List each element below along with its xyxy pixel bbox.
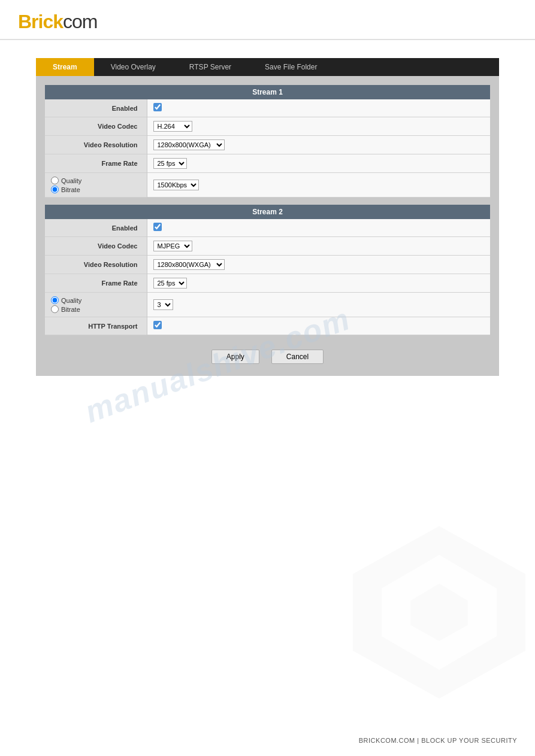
stream2-quality-bitrate-label: Quality Bitrate — [45, 293, 147, 317]
stream2-http-transport-value — [147, 317, 490, 335]
stream2-codec-select[interactable]: H.264 MJPEG MPEG4 — [153, 241, 192, 251]
stream2-codec-row: Video Codec H.264 MJPEG MPEG4 — [45, 237, 490, 256]
tab-save-file-folder[interactable]: Save File Folder — [248, 58, 334, 76]
stream2-enabled-checkbox[interactable] — [153, 223, 162, 231]
logo-brick: Brick — [18, 11, 63, 32]
tab-bar: Stream Video Overlay RTSP Server Save Fi… — [36, 58, 499, 76]
stream1-radio-group: Quality Bitrate — [51, 177, 138, 193]
stream2-codec-label: Video Codec — [45, 237, 147, 256]
stream2-framerate-label: Frame Rate — [45, 274, 147, 293]
stream2-table: Enabled Video Codec H.264 MJPEG MPEG4 — [45, 219, 490, 335]
stream1-bitrate-value: 1500Kbps 1000Kbps 2000Kbps 3000Kbps — [147, 173, 490, 198]
stream2-section: Stream 2 Enabled Video Codec H.264 MJPEG… — [45, 205, 490, 335]
stream2-framerate-value: 25 fps 30 fps 15 fps 10 fps — [147, 274, 490, 293]
stream1-resolution-row: Video Resolution 1280x800(WXGA) 1920x108… — [45, 136, 490, 154]
header: Brickcom — [0, 0, 535, 40]
stream1-enabled-label: Enabled — [45, 99, 147, 117]
stream2-resolution-value: 1280x800(WXGA) 1920x1080(1080p) 640x480(… — [147, 256, 490, 274]
stream1-framerate-select[interactable]: 25 fps 30 fps 15 fps 10 fps — [153, 158, 187, 169]
stream2-quality-bitrate-row: Quality Bitrate 3 1 2 4 — [45, 293, 490, 317]
stream2-enabled-value — [147, 219, 490, 237]
stream1-bitrate-label[interactable]: Bitrate — [51, 186, 138, 193]
stream2-resolution-row: Video Resolution 1280x800(WXGA) 1920x108… — [45, 256, 490, 274]
stream2-radio-group: Quality Bitrate — [51, 296, 138, 313]
stream2-http-transport-row: HTTP Transport — [45, 317, 490, 335]
tab-stream[interactable]: Stream — [36, 58, 94, 76]
stream1-codec-select[interactable]: H.264 MJPEG MPEG4 — [153, 121, 192, 132]
cancel-button[interactable]: Cancel — [271, 350, 324, 364]
stream1-codec-label: Video Codec — [45, 117, 147, 136]
stream1-enabled-checkbox[interactable] — [153, 103, 162, 111]
stream1-bitrate-select[interactable]: 1500Kbps 1000Kbps 2000Kbps 3000Kbps — [153, 180, 199, 190]
main-content: Stream Video Overlay RTSP Server Save Fi… — [0, 40, 535, 394]
button-row: Apply Cancel — [45, 342, 490, 367]
stream2-quality-radio[interactable] — [51, 296, 59, 304]
stream1-framerate-value: 25 fps 30 fps 15 fps 10 fps — [147, 154, 490, 173]
stream1-quality-bitrate-label: Quality Bitrate — [45, 173, 147, 198]
stream2-bitrate-radio[interactable] — [51, 305, 59, 313]
stream1-framerate-row: Frame Rate 25 fps 30 fps 15 fps 10 fps — [45, 154, 490, 173]
footer-site: BRICKCOM.COM — [359, 737, 415, 744]
stream1-resolution-label: Video Resolution — [45, 136, 147, 154]
stream1-quality-label[interactable]: Quality — [51, 177, 138, 184]
stream2-quality-label[interactable]: Quality — [51, 296, 138, 304]
svg-marker-0 — [353, 526, 525, 699]
stream1-bitrate-radio[interactable] — [51, 186, 59, 193]
stream1-table: Enabled Video Codec H.264 MJPEG MPEG4 — [45, 99, 490, 198]
stream2-http-transport-checkbox[interactable] — [153, 321, 162, 329]
stream2-framerate-row: Frame Rate 25 fps 30 fps 15 fps 10 fps — [45, 274, 490, 293]
footer: BRICKCOM.COM | BLOCK UP YOUR SECURITY — [359, 737, 517, 744]
stream1-quality-bitrate-row: Quality Bitrate 1500Kbps 1000Kbps 2000Kb… — [45, 173, 490, 198]
tab-rtsp-server[interactable]: RTSP Server — [173, 58, 248, 76]
apply-button[interactable]: Apply — [211, 350, 259, 364]
stream2-header: Stream 2 — [45, 205, 490, 219]
logo: Brickcom — [18, 11, 517, 33]
stream2-resolution-label: Video Resolution — [45, 256, 147, 274]
footer-slogan: | BLOCK UP YOUR SECURITY — [415, 737, 517, 744]
stream2-enabled-label: Enabled — [45, 219, 147, 237]
stream2-enabled-row: Enabled — [45, 219, 490, 237]
stream1-header: Stream 1 — [45, 85, 490, 99]
stream1-enabled-value — [147, 99, 490, 117]
stream1-quality-radio[interactable] — [51, 177, 59, 184]
stream1-resolution-select[interactable]: 1280x800(WXGA) 1920x1080(1080p) 640x480(… — [153, 139, 225, 150]
stream2-codec-value: H.264 MJPEG MPEG4 — [147, 237, 490, 256]
stream1-framerate-label: Frame Rate — [45, 154, 147, 173]
stream2-resolution-select[interactable]: 1280x800(WXGA) 1920x1080(1080p) 640x480(… — [153, 259, 225, 270]
svg-marker-1 — [382, 555, 497, 670]
stream1-resolution-value: 1280x800(WXGA) 1920x1080(1080p) 640x480(… — [147, 136, 490, 154]
svg-marker-2 — [410, 584, 468, 641]
stream2-quality-value: 3 1 2 4 5 — [147, 293, 490, 317]
stream2-quality-select[interactable]: 3 1 2 4 5 — [153, 299, 173, 310]
stream1-codec-row: Video Codec H.264 MJPEG MPEG4 — [45, 117, 490, 136]
content-panel: Stream 1 Enabled Video Codec H.264 MJPEG… — [36, 76, 499, 376]
logo-com: com — [63, 11, 97, 32]
stream2-framerate-select[interactable]: 25 fps 30 fps 15 fps 10 fps — [153, 278, 187, 289]
stream2-bitrate-label[interactable]: Bitrate — [51, 305, 138, 313]
stream2-http-transport-label: HTTP Transport — [45, 317, 147, 335]
stream1-section: Stream 1 Enabled Video Codec H.264 MJPEG… — [45, 85, 490, 198]
stream1-enabled-row: Enabled — [45, 99, 490, 117]
bg-logo-icon — [343, 517, 535, 708]
tab-video-overlay[interactable]: Video Overlay — [94, 58, 173, 76]
stream1-codec-value: H.264 MJPEG MPEG4 — [147, 117, 490, 136]
